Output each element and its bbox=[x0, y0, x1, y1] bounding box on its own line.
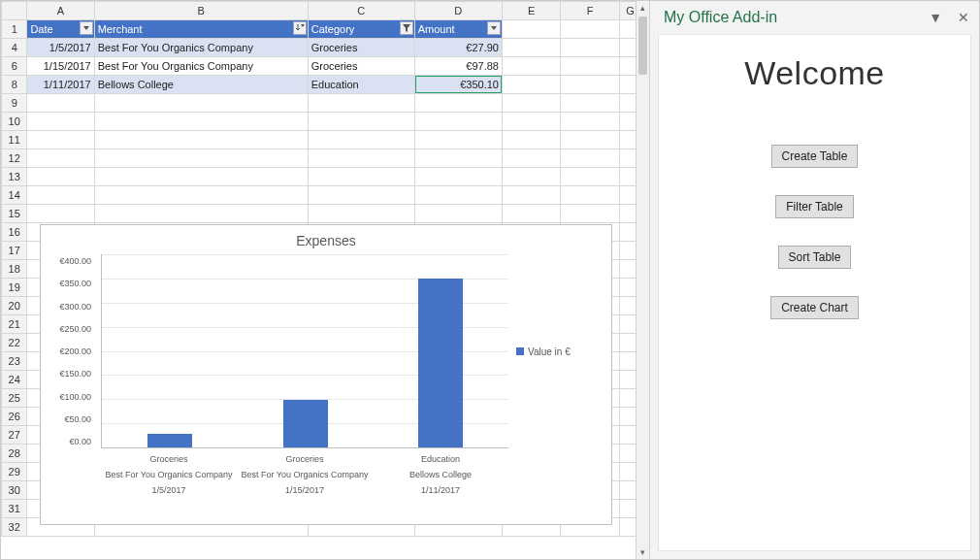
table-header-category[interactable]: Category bbox=[308, 20, 414, 39]
scroll-thumb[interactable] bbox=[638, 16, 647, 75]
cell[interactable] bbox=[308, 149, 414, 168]
scroll-down-button[interactable]: ▾ bbox=[637, 545, 649, 559]
row-header-16[interactable]: 16 bbox=[2, 223, 27, 242]
create-chart-button[interactable]: Create Chart bbox=[770, 296, 859, 319]
row-header-29[interactable]: 29 bbox=[2, 463, 27, 481]
row-header-19[interactable]: 19 bbox=[2, 279, 27, 297]
cell[interactable] bbox=[308, 186, 414, 205]
cell[interactable] bbox=[94, 186, 308, 205]
filter-button-icon[interactable] bbox=[80, 21, 93, 35]
row-header-13[interactable]: 13 bbox=[2, 168, 27, 186]
cell[interactable] bbox=[502, 113, 561, 131]
chart-bar[interactable] bbox=[283, 400, 328, 447]
filter-table-button[interactable]: Filter Table bbox=[775, 195, 853, 218]
cell[interactable] bbox=[561, 76, 620, 94]
cell[interactable] bbox=[27, 94, 94, 113]
cell-category[interactable]: Groceries bbox=[308, 57, 414, 76]
cell[interactable] bbox=[308, 168, 414, 186]
cell[interactable] bbox=[27, 113, 94, 131]
cell[interactable] bbox=[502, 20, 561, 39]
row-header-12[interactable]: 12 bbox=[2, 149, 27, 168]
cell-amount[interactable]: €350.10 bbox=[414, 76, 502, 94]
cell-category[interactable]: Education bbox=[308, 76, 414, 94]
cell[interactable] bbox=[561, 94, 620, 113]
worksheet[interactable]: A B C D E F G 1DateMerchantCategoryAmoun… bbox=[1, 1, 649, 559]
cell[interactable] bbox=[561, 205, 620, 223]
cell[interactable] bbox=[414, 205, 502, 223]
cell-amount[interactable]: €97.88 bbox=[414, 57, 502, 76]
cell[interactable] bbox=[308, 94, 414, 113]
create-table-button[interactable]: Create Table bbox=[771, 145, 859, 168]
cell[interactable] bbox=[561, 57, 620, 76]
vertical-scrollbar[interactable]: ▴ ▾ bbox=[636, 1, 649, 559]
cell[interactable] bbox=[414, 149, 502, 168]
cell[interactable] bbox=[414, 94, 502, 113]
cell[interactable] bbox=[27, 149, 94, 168]
row-header-11[interactable]: 11 bbox=[2, 131, 27, 149]
row-header-22[interactable]: 22 bbox=[2, 334, 27, 352]
row-header-24[interactable]: 24 bbox=[2, 371, 27, 389]
cell[interactable] bbox=[561, 168, 620, 186]
cell[interactable] bbox=[561, 131, 620, 149]
table-header-merchant[interactable]: Merchant bbox=[94, 20, 308, 39]
row-header-20[interactable]: 20 bbox=[2, 297, 27, 315]
cell-date[interactable]: 1/5/2017 bbox=[27, 39, 94, 57]
cell[interactable] bbox=[308, 113, 414, 131]
cell-merchant[interactable]: Bellows College bbox=[94, 76, 308, 94]
cell[interactable] bbox=[502, 186, 561, 205]
cell[interactable] bbox=[27, 186, 94, 205]
cell[interactable] bbox=[561, 149, 620, 168]
cell-category[interactable]: Groceries bbox=[308, 39, 414, 57]
cell[interactable] bbox=[94, 149, 308, 168]
row-header-1[interactable]: 1 bbox=[2, 20, 27, 39]
scroll-up-button[interactable]: ▴ bbox=[637, 1, 649, 15]
sort-table-button[interactable]: Sort Table bbox=[778, 246, 852, 269]
cell[interactable] bbox=[502, 39, 561, 57]
filter-button-icon[interactable] bbox=[487, 21, 501, 35]
cell[interactable] bbox=[502, 57, 561, 76]
cell[interactable] bbox=[502, 205, 561, 223]
cell[interactable] bbox=[27, 205, 94, 223]
row-header-6[interactable]: 6 bbox=[2, 57, 27, 76]
cell[interactable] bbox=[561, 186, 620, 205]
row-header-4[interactable]: 4 bbox=[2, 39, 27, 57]
cell[interactable] bbox=[561, 113, 620, 131]
cell[interactable] bbox=[414, 168, 502, 186]
col-header-B[interactable]: B bbox=[94, 2, 308, 20]
row-header-15[interactable]: 15 bbox=[2, 205, 27, 223]
row-header-32[interactable]: 32 bbox=[2, 518, 27, 537]
cell[interactable] bbox=[561, 20, 620, 39]
pane-close-icon[interactable]: ✕ bbox=[958, 10, 969, 25]
row-header-14[interactable]: 14 bbox=[2, 186, 27, 205]
row-header-28[interactable]: 28 bbox=[2, 445, 27, 463]
cell[interactable] bbox=[94, 168, 308, 186]
cell[interactable] bbox=[308, 205, 414, 223]
row-header-8[interactable]: 8 bbox=[2, 76, 27, 94]
chart-bar[interactable] bbox=[147, 434, 192, 447]
cell[interactable] bbox=[502, 131, 561, 149]
cell-date[interactable]: 1/11/2017 bbox=[27, 76, 94, 94]
cell[interactable] bbox=[502, 149, 561, 168]
filter-button-icon[interactable] bbox=[400, 21, 413, 35]
row-header-27[interactable]: 27 bbox=[2, 426, 27, 445]
col-header-E[interactable]: E bbox=[502, 2, 561, 20]
row-header-21[interactable]: 21 bbox=[2, 315, 27, 334]
row-header-18[interactable]: 18 bbox=[2, 260, 27, 279]
row-header-30[interactable]: 30 bbox=[2, 481, 27, 500]
cell[interactable] bbox=[94, 205, 308, 223]
cell-merchant[interactable]: Best For You Organics Company bbox=[94, 57, 308, 76]
row-header-9[interactable]: 9 bbox=[2, 94, 27, 113]
chart-expenses[interactable]: Expenses €400.00€350.00€300.00€250.00€20… bbox=[40, 224, 612, 525]
cell-amount[interactable]: €27.90 bbox=[414, 39, 502, 57]
cell[interactable] bbox=[94, 131, 308, 149]
row-header-23[interactable]: 23 bbox=[2, 352, 27, 371]
cell-merchant[interactable]: Best For You Organics Company bbox=[94, 39, 308, 57]
col-header-D[interactable]: D bbox=[414, 2, 502, 20]
row-header-25[interactable]: 25 bbox=[2, 389, 27, 408]
table-header-date[interactable]: Date bbox=[27, 20, 94, 39]
row-header-17[interactable]: 17 bbox=[2, 242, 27, 260]
cell[interactable] bbox=[561, 39, 620, 57]
col-header-C[interactable]: C bbox=[308, 2, 414, 20]
cell[interactable] bbox=[502, 168, 561, 186]
chart-bar[interactable] bbox=[418, 279, 463, 447]
